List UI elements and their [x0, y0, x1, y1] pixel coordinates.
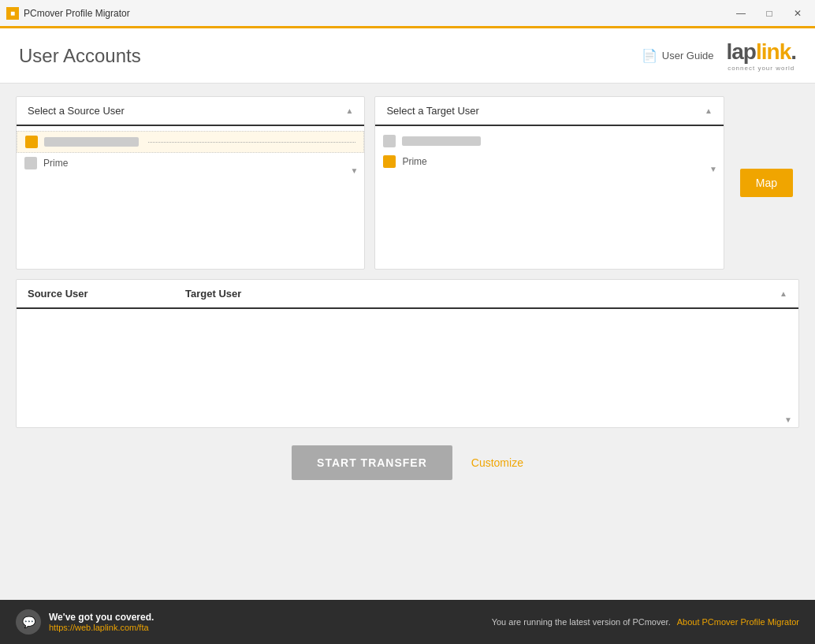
- footer-status: You are running the latest version of PC…: [492, 617, 671, 627]
- laplink-logo: laplink.: [727, 39, 796, 65]
- source-panel-body: Prime ▼: [17, 126, 364, 178]
- target-panel-body: Prime ▼: [375, 126, 723, 177]
- source-user-panel: Select a Source User ▲ Prime ▼: [16, 96, 365, 270]
- mapping-scroll-up-icon: ▲: [780, 289, 787, 298]
- target-user-panel: Select a Target User ▲ Prime ▼: [374, 96, 724, 270]
- target-avatar-2: [383, 155, 396, 168]
- header-right: 📄 User Guide laplink. connect your world: [642, 39, 796, 72]
- source-user-item-1[interactable]: [17, 131, 364, 153]
- target-panel-header: Select a Target User ▲: [375, 97, 723, 126]
- source-user-name-2: Prime: [43, 158, 68, 169]
- footer-right: You are running the latest version of PC…: [492, 617, 799, 627]
- app-icon: ■: [6, 7, 19, 20]
- source-panel-header: Select a Source User ▲: [17, 97, 364, 126]
- target-scroll-up-icon: ▲: [705, 106, 713, 115]
- laplink-logo-container: laplink. connect your world: [727, 39, 796, 72]
- title-bar-controls: — □ ✕: [730, 6, 809, 21]
- map-button-area: Map: [734, 169, 799, 197]
- source-panel-title: Select a Source User: [28, 105, 125, 117]
- target-panel-title: Select a Target User: [386, 105, 479, 117]
- target-user-name-2: Prime: [402, 156, 426, 167]
- source-user-item-2[interactable]: Prime: [17, 153, 364, 173]
- user-guide-link[interactable]: 📄 User Guide: [642, 48, 714, 63]
- about-link[interactable]: About PCmover Profile Migrator: [677, 617, 799, 627]
- source-user-name-1: [44, 137, 139, 147]
- footer-link[interactable]: https://web.laplink.com/fta: [49, 623, 154, 632]
- map-button[interactable]: Map: [740, 169, 793, 197]
- customize-button[interactable]: Customize: [471, 456, 523, 469]
- title-bar: ■ PCmover Profile Migrator — □ ✕: [0, 0, 815, 28]
- close-button[interactable]: ✕: [787, 6, 809, 21]
- mapping-panel: Source User Target User ▲ ▼: [16, 279, 799, 428]
- mapping-columns: Source User Target User: [28, 288, 241, 300]
- footer-text-block: We've got you covered. https://web.lapli…: [49, 612, 154, 632]
- mapping-scroll-down-icon: ▼: [784, 415, 792, 424]
- document-icon: 📄: [642, 48, 657, 63]
- app-header: User Accounts 📄 User Guide laplink. conn…: [0, 28, 815, 84]
- target-user-item-2[interactable]: Prime: [375, 151, 723, 172]
- source-avatar-2: [24, 157, 37, 169]
- mapping-header: Source User Target User ▲: [17, 280, 798, 309]
- chat-icon: 💬: [16, 609, 41, 635]
- target-scroll-down-icon: ▼: [709, 165, 717, 173]
- maximize-button[interactable]: □: [758, 6, 780, 21]
- mapping-body: [17, 309, 798, 427]
- user-guide-label: User Guide: [662, 50, 714, 61]
- col-source-label: Source User: [28, 288, 185, 300]
- main-content: Select a Source User ▲ Prime ▼ Select a …: [0, 84, 815, 600]
- target-user-item-1[interactable]: [375, 131, 723, 151]
- source-scroll-up-icon: ▲: [345, 106, 353, 115]
- footer-left: 💬 We've got you covered. https://web.lap…: [16, 609, 154, 635]
- col-target-label: Target User: [185, 288, 241, 300]
- footer-message: We've got you covered.: [49, 612, 154, 623]
- target-avatar-1: [383, 135, 396, 147]
- source-scroll-down-icon: ▼: [350, 166, 358, 175]
- app-footer: 💬 We've got you covered. https://web.lap…: [0, 600, 815, 644]
- action-row: START TRANSFER Customize: [16, 437, 799, 488]
- laplink-tagline: connect your world: [728, 65, 795, 72]
- title-bar-text: PCmover Profile Migrator: [24, 8, 730, 19]
- minimize-button[interactable]: —: [730, 6, 752, 21]
- panels-row: Select a Source User ▲ Prime ▼ Select a …: [16, 96, 799, 270]
- target-user-name-1: [402, 136, 481, 146]
- start-transfer-button[interactable]: START TRANSFER: [292, 445, 452, 480]
- page-title: User Accounts: [19, 45, 141, 67]
- source-avatar-1: [25, 136, 38, 148]
